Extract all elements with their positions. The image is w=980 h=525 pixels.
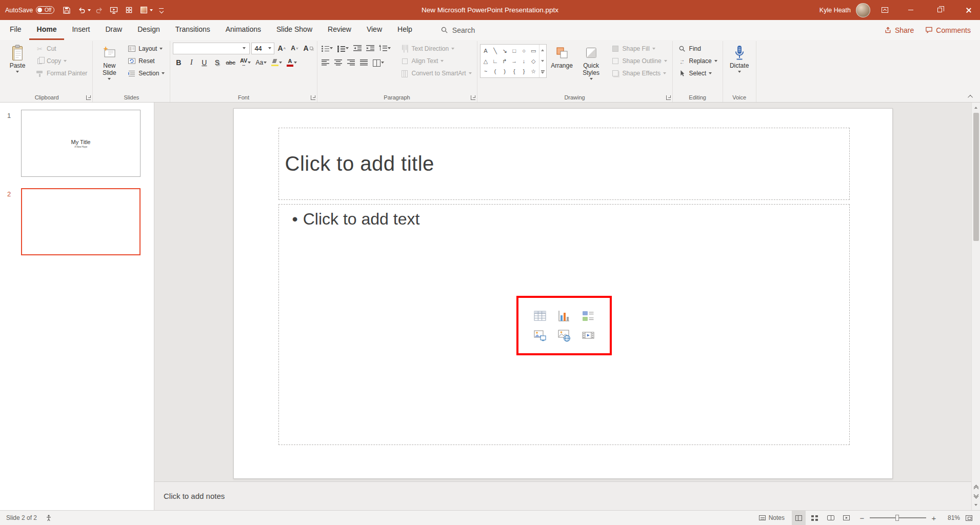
shape-down-arrow-icon[interactable]: ↓: [520, 57, 528, 65]
tab-home[interactable]: Home: [29, 20, 65, 40]
shape-star-icon[interactable]: ☆: [529, 68, 537, 75]
tab-design[interactable]: Design: [130, 20, 168, 40]
search-box[interactable]: Search: [441, 20, 475, 40]
share-button[interactable]: Share: [884, 26, 914, 34]
decrease-indent-button[interactable]: [352, 43, 363, 54]
scrollbar-track[interactable]: [972, 112, 980, 482]
autosave-pill[interactable]: Off: [36, 6, 54, 14]
columns-button[interactable]: [371, 57, 386, 69]
section-button[interactable]: Section: [125, 68, 167, 79]
text-highlight-button[interactable]: [270, 57, 284, 69]
clipboard-dialog-launcher[interactable]: [86, 95, 91, 100]
insert-chart-button[interactable]: [557, 309, 571, 322]
shapes-scroll-down-button[interactable]: [539, 55, 546, 66]
comments-button[interactable]: Comments: [925, 26, 971, 34]
customize-quick-access-button[interactable]: [154, 3, 168, 18]
shapes-scroll-up-button[interactable]: [539, 45, 546, 55]
copy-button[interactable]: Copy: [33, 55, 90, 67]
notes-toggle-button[interactable]: Notes: [754, 511, 790, 525]
shape-textbox-icon[interactable]: A: [482, 47, 490, 54]
strikethrough-button[interactable]: abc: [224, 57, 237, 69]
shape-line-icon[interactable]: ╲: [491, 47, 499, 54]
drawing-dialog-launcher[interactable]: [666, 95, 671, 100]
new-slide-button[interactable]: New Slide: [95, 42, 123, 92]
font-name-combo[interactable]: [173, 43, 250, 54]
quick-styles-button[interactable]: Quick Styles: [577, 42, 605, 92]
increase-font-size-button[interactable]: A˄: [276, 43, 287, 54]
shape-brace-right-icon[interactable]: }: [520, 68, 528, 75]
text-direction-button[interactable]: Text Direction: [398, 43, 474, 54]
text-shadow-button[interactable]: S: [211, 57, 223, 69]
tab-insert[interactable]: Insert: [64, 20, 97, 40]
shape-oval-icon[interactable]: ○: [520, 47, 528, 54]
content-placeholder[interactable]: •Click to add text: [278, 204, 850, 445]
line-spacing-button[interactable]: [377, 43, 392, 54]
bold-button[interactable]: B: [173, 57, 184, 69]
scroll-up-button[interactable]: [972, 104, 980, 112]
previous-slide-button[interactable]: [974, 482, 978, 492]
align-right-button[interactable]: [346, 57, 357, 69]
paragraph-dialog-launcher[interactable]: [471, 95, 475, 100]
undo-caret-icon[interactable]: [88, 9, 91, 11]
cut-button[interactable]: ✂ Cut: [33, 43, 90, 54]
next-slide-button[interactable]: [974, 492, 978, 501]
tab-draw[interactable]: Draw: [97, 20, 130, 40]
convert-smartart-button[interactable]: Convert to SmartArt: [398, 68, 474, 79]
font-size-combo[interactable]: [251, 43, 274, 54]
shape-arrow-icon[interactable]: ↘: [501, 47, 509, 54]
close-button[interactable]: [956, 0, 980, 20]
tab-help[interactable]: Help: [390, 20, 420, 40]
tab-transitions[interactable]: Transitions: [168, 20, 218, 40]
font-color-button[interactable]: A: [285, 57, 298, 69]
shape-scribble-icon[interactable]: ~: [482, 68, 490, 75]
zoom-slider[interactable]: [870, 517, 926, 518]
tab-animations[interactable]: Animations: [218, 20, 269, 40]
increase-indent-button[interactable]: [365, 43, 376, 54]
zoom-slider-thumb[interactable]: [895, 515, 899, 521]
reading-view-button[interactable]: [824, 511, 837, 525]
zoom-level[interactable]: 81%: [943, 514, 960, 521]
find-button[interactable]: Find: [675, 43, 720, 54]
insert-video-button[interactable]: [582, 329, 595, 342]
format-painter-button[interactable]: Format Painter: [33, 68, 90, 79]
numbering-button[interactable]: [336, 43, 350, 54]
style-caret-icon[interactable]: [150, 9, 153, 11]
paste-button[interactable]: Paste: [4, 42, 31, 92]
reset-button[interactable]: Reset: [125, 55, 167, 67]
quick-access-style-button[interactable]: [137, 3, 150, 18]
normal-view-button[interactable]: [792, 511, 806, 525]
restore-button[interactable]: [928, 0, 951, 20]
font-size-caret-icon[interactable]: [266, 43, 273, 54]
fit-slide-to-window-button[interactable]: [962, 511, 976, 525]
clear-formatting-button[interactable]: A: [302, 43, 314, 54]
user-name[interactable]: Kyle Heath: [819, 7, 851, 14]
font-name-caret-icon[interactable]: [240, 43, 248, 54]
shape-rectangle-icon[interactable]: □: [510, 47, 518, 54]
shape-elbow-icon[interactable]: ∟: [491, 57, 499, 65]
shape-arc-right-icon[interactable]: ): [501, 68, 509, 75]
zoom-in-button[interactable]: +: [930, 514, 937, 522]
redo-button[interactable]: [92, 3, 106, 18]
align-center-button[interactable]: [333, 57, 344, 69]
decrease-font-size-button[interactable]: A˅: [289, 43, 300, 54]
shape-elbow-arrow-icon[interactable]: ↱: [501, 57, 509, 65]
insert-smartart-button[interactable]: [582, 309, 595, 322]
slide-canvas[interactable]: Click to add title •Click to add text: [233, 108, 893, 479]
shape-gallery[interactable]: A ╲ ↘ □ ○ ▭ △ ∟ ↱ → ↓ ◇ ~ ( ) { }: [480, 44, 547, 78]
underline-button[interactable]: U: [198, 57, 210, 69]
shape-triangle-icon[interactable]: △: [482, 57, 490, 65]
start-from-beginning-button[interactable]: [107, 3, 121, 18]
tab-review[interactable]: Review: [320, 20, 359, 40]
accessibility-icon[interactable]: [45, 514, 52, 521]
change-case-button[interactable]: Aa: [254, 57, 268, 69]
align-left-button[interactable]: [320, 57, 331, 69]
font-size-input[interactable]: [252, 43, 266, 54]
scrollbar-thumb[interactable]: [973, 113, 979, 241]
justify-button[interactable]: [358, 57, 370, 69]
quick-access-grid-button[interactable]: [122, 3, 135, 18]
title-placeholder[interactable]: Click to add title: [278, 128, 850, 200]
replace-button[interactable]: →← Replace: [675, 55, 720, 67]
insert-online-pictures-button[interactable]: [557, 329, 571, 342]
tab-view[interactable]: View: [359, 20, 390, 40]
shape-effects-button[interactable]: Shape Effects: [609, 68, 670, 79]
